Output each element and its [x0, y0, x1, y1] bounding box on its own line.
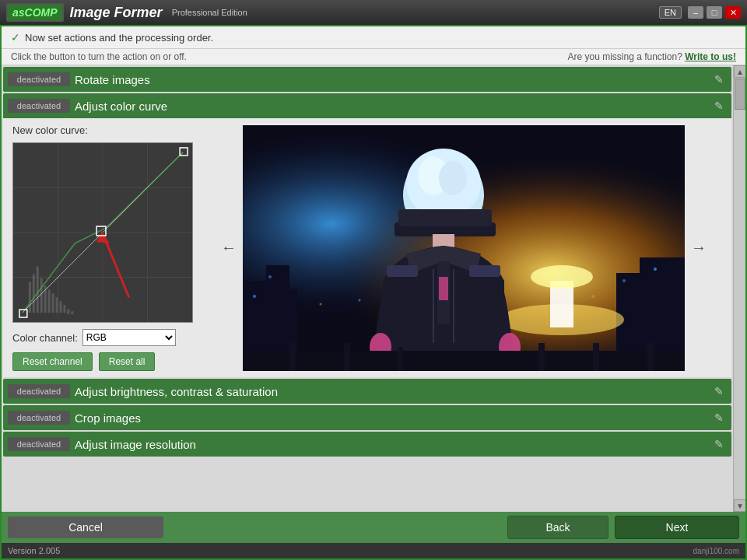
app-edition: Professional Edition — [172, 8, 247, 17]
write-to-us-link[interactable]: Write to us! — [685, 51, 736, 62]
toggle-crop-button[interactable]: deactivated — [8, 411, 70, 425]
cancel-button[interactable]: Cancel — [8, 516, 163, 538]
svg-rect-61 — [398, 347, 403, 371]
svg-rect-12 — [48, 289, 51, 313]
edit-color-curve-icon[interactable]: ✎ — [710, 98, 728, 114]
watermark-text: danji100.com — [693, 547, 739, 555]
maximize-button[interactable]: □ — [707, 6, 722, 19]
svg-rect-9 — [37, 267, 39, 313]
preview-image — [243, 125, 685, 371]
next-button[interactable]: Next — [615, 516, 739, 539]
back-button[interactable]: Back — [507, 516, 608, 539]
app-name: Image Former — [70, 5, 163, 21]
svg-rect-10 — [40, 278, 43, 313]
curve-svg — [13, 143, 192, 322]
lang-button[interactable]: EN — [659, 6, 682, 19]
prev-arrow-icon[interactable]: ← — [215, 239, 243, 257]
color-curve-label: Adjust color curve — [75, 100, 710, 113]
scrollbar-up-button[interactable]: ▲ — [734, 65, 745, 78]
svg-rect-18 — [71, 311, 73, 314]
svg-rect-13 — [52, 293, 54, 313]
color-curve-header: deactivated Adjust color curve ✎ — [3, 93, 731, 118]
close-button[interactable]: ✕ — [725, 6, 741, 19]
actions-list: deactivated Rotate images ✎ deactivated … — [2, 65, 733, 512]
scrollbar-thumb[interactable] — [735, 79, 745, 110]
brightness-label: Adjust brightness, contrast & saturation — [75, 385, 710, 398]
toggle-rotate-button[interactable]: deactivated — [8, 72, 70, 86]
svg-rect-55 — [469, 265, 500, 277]
curve-canvas[interactable] — [12, 142, 193, 323]
reset-all-button[interactable]: Reset all — [99, 352, 156, 371]
action-row-rotate: deactivated Rotate images ✎ — [3, 67, 731, 92]
svg-point-33 — [253, 295, 256, 298]
svg-rect-8 — [33, 275, 35, 313]
version-text: Version 2.005 — [8, 546, 60, 555]
missing-function-text: Are you missing a function? Write to us! — [567, 51, 736, 62]
svg-point-34 — [268, 275, 272, 278]
svg-rect-17 — [67, 309, 69, 314]
action-row-color-curve: deactivated Adjust color curve ✎ New col… — [3, 93, 731, 377]
check-icon: ✓ — [11, 31, 20, 44]
window-controls: – □ ✕ — [688, 6, 741, 19]
resolution-label: Adjust image resolution — [75, 438, 710, 451]
reset-channel-button[interactable]: Reset channel — [12, 352, 93, 371]
edit-brightness-icon[interactable]: ✎ — [710, 383, 728, 399]
titlebar: asCOMP Image Former Professional Edition… — [0, 0, 747, 25]
next-arrow-icon[interactable]: → — [685, 239, 713, 257]
hint-text: Click the button to turn the action on o… — [11, 51, 187, 62]
hint-bar: Click the button to turn the action on o… — [2, 49, 745, 65]
svg-rect-63 — [593, 343, 599, 371]
main-window: ✓ Now set actions and the processing ord… — [0, 25, 747, 560]
toggle-resolution-button[interactable]: deactivated — [8, 437, 70, 451]
crop-label: Crop images — [75, 411, 710, 425]
curve-buttons: Reset channel Reset all — [12, 352, 193, 371]
bottom-nav-bar: Cancel Back Next — [2, 512, 745, 543]
svg-point-42 — [531, 265, 593, 289]
svg-rect-64 — [647, 343, 654, 371]
channel-row: Color channel: RGB Red Green Blue — [12, 329, 193, 346]
svg-rect-15 — [59, 301, 61, 313]
svg-rect-16 — [63, 305, 65, 313]
svg-point-36 — [359, 299, 361, 301]
titlebar-left: asCOMP Image Former Professional Edition — [6, 3, 247, 22]
svg-rect-62 — [538, 343, 545, 371]
rotate-label: Rotate images — [75, 73, 710, 86]
curve-panel-label: New color curve: — [12, 124, 193, 136]
svg-rect-14 — [56, 297, 58, 313]
svg-point-46 — [439, 161, 467, 195]
edit-crop-icon[interactable]: ✎ — [710, 410, 728, 425]
edit-resolution-icon[interactable]: ✎ — [710, 436, 728, 452]
content-area: deactivated Rotate images ✎ deactivated … — [2, 65, 745, 543]
app-logo: asCOMP — [6, 3, 64, 22]
svg-point-37 — [591, 295, 594, 298]
action-row-brightness: deactivated Adjust brightness, contrast … — [3, 379, 731, 404]
channel-label: Color channel: — [12, 332, 78, 344]
color-curve-panel: New color curve: — [3, 118, 731, 377]
svg-rect-59 — [289, 343, 296, 371]
channel-select[interactable]: RGB Red Green Blue — [82, 329, 176, 346]
version-bar: Version 2.005 danji100.com — [2, 543, 745, 558]
edit-rotate-icon[interactable]: ✎ — [710, 72, 728, 87]
preview-area: ← — [205, 124, 722, 371]
action-row-resolution: deactivated Adjust image resolution ✎ — [3, 432, 731, 457]
instruction-bar: ✓ Now set actions and the processing ord… — [2, 26, 745, 49]
svg-rect-58 — [243, 351, 685, 371]
svg-rect-48 — [398, 209, 492, 226]
scrollbar-track: ▲ ▼ — [733, 65, 745, 512]
svg-point-35 — [320, 303, 322, 305]
curve-editor-left: New color curve: — [12, 124, 193, 371]
action-row-crop: deactivated Crop images ✎ — [3, 405, 731, 430]
scrollbar-down-button[interactable]: ▼ — [734, 499, 745, 512]
instruction-text: Now set actions and the processing order… — [25, 32, 213, 44]
toggle-brightness-button[interactable]: deactivated — [8, 384, 70, 398]
svg-point-39 — [654, 268, 657, 271]
svg-rect-54 — [387, 265, 418, 277]
toggle-color-curve-button[interactable]: deactivated — [8, 99, 70, 113]
svg-rect-60 — [344, 343, 350, 371]
svg-point-38 — [622, 279, 626, 282]
svg-rect-7 — [29, 282, 31, 313]
svg-rect-53 — [439, 277, 448, 300]
minimize-button[interactable]: – — [688, 6, 703, 19]
